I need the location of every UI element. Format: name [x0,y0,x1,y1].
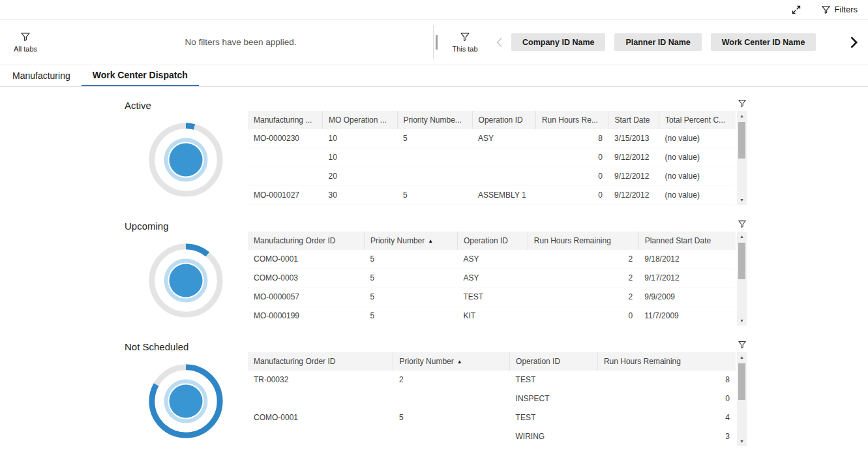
table-cell: 8 [597,371,736,389]
column-header[interactable]: MO Operation ... [323,111,397,129]
filter-chips: Company ID NamePlanner ID NameWork Cente… [510,33,843,51]
column-header[interactable]: Run Hours Remaining [597,352,736,371]
filter-chip[interactable]: Company ID Name [511,33,605,51]
chevron-left-icon[interactable] [490,35,510,50]
table-cell: 5 [364,288,457,307]
table-cell: 5 [364,250,457,269]
this-tab-filter-button[interactable]: This tab [440,31,490,53]
filter-chip[interactable]: Planner ID Name [614,33,701,51]
table-row[interactable]: INSPECT0 [248,389,736,408]
table-cell: COMO-0003 [248,269,364,288]
table-row[interactable]: MO-00000575TEST29/9/2009 [248,288,736,307]
table-cell: 0 [535,148,608,167]
tab-work-center-dispatch[interactable]: Work Center Dispatch [82,65,199,86]
column-header[interactable]: Priority Numbe... [397,111,472,129]
table-cell: 10 [323,148,397,167]
table-cell: 5 [397,129,472,148]
scroll-down-button[interactable]: ▼ [737,195,747,205]
column-header[interactable]: Total Percent C... [659,111,736,129]
table-cell: 4 [597,408,736,427]
scroll-down-button[interactable]: ▼ [737,316,747,326]
scroll-up-button[interactable]: ▲ [737,352,747,362]
table-cell: 20 [323,167,397,186]
dashboard-section: Active Manufacturing ...MO Operation ...… [0,91,868,211]
filters-label: Filters [835,5,858,14]
table-row[interactable]: MO-0000230105ASY83/15/2013(no value) [248,129,736,148]
table-row[interactable]: COMO-00035ASY29/17/2012 [248,269,736,288]
column-header[interactable]: Priority Number▲ [393,352,510,371]
scroll-up-button[interactable]: ▲ [737,111,747,121]
filter-funnel-icon [821,5,831,14]
table-scrollbar[interactable]: ▲ ▼ [737,352,747,446]
scrollbar-thumb[interactable] [738,243,745,279]
scrollbar-track[interactable] [737,362,747,436]
tab-manufacturing[interactable]: Manufacturing [1,65,82,86]
column-header[interactable]: Run Hours Re... [535,111,608,129]
table-cell [472,148,535,167]
column-header[interactable]: Operation ID [510,352,598,371]
gauge-chart[interactable] [147,121,224,198]
section-title: Upcoming [125,220,248,232]
table-cell [248,148,323,167]
column-header[interactable]: Priority Number▲ [364,232,457,250]
table-row[interactable]: COMO-00015TEST4 [248,408,736,427]
scrollbar-track[interactable] [737,121,747,195]
section-title: Active [125,100,248,111]
table-scrollbar[interactable]: ▲ ▼ [737,232,747,326]
table-cell [248,167,323,186]
this-tab-label: This tab [452,45,477,53]
table-row[interactable]: 1009/12/2012(no value) [248,148,736,167]
panel-divider-handle[interactable] [430,20,440,65]
table-cell: COMO-0001 [248,408,393,427]
table-cell: KIT [457,307,528,326]
column-header[interactable]: Run Hours Remaining [528,232,638,250]
table-header-row: Manufacturing Order IDPriority Number▲Op… [248,232,736,250]
column-header[interactable]: Manufacturing Order ID [248,352,393,371]
column-header[interactable]: Operation ID [472,111,535,129]
table-cell: 11/7/2009 [638,307,736,326]
table-cell: 9/12/2012 [608,167,659,186]
scrollbar-thumb[interactable] [738,363,745,400]
chevron-right-icon[interactable] [843,34,863,51]
table-cell: COMO-0001 [248,250,364,269]
table-row[interactable]: WIRING3 [248,427,736,446]
expand-icon[interactable] [791,5,801,15]
scrollbar-track[interactable] [737,241,747,316]
column-header[interactable]: Start Date [608,111,659,129]
scroll-down-button[interactable]: ▼ [737,436,747,446]
section-filter-icon[interactable] [738,99,747,110]
gauge-center-circle [169,264,202,297]
table-cell: MO-0000199 [248,307,364,326]
column-header[interactable]: Manufacturing ... [248,111,323,129]
section-filter-icon[interactable] [738,219,747,231]
table-cell: 0 [535,186,608,205]
table-cell: 0 [535,167,608,186]
scroll-up-button[interactable]: ▲ [737,232,747,241]
filters-button[interactable]: Filters [821,5,858,14]
table-cell: 30 [323,186,397,205]
filter-chip[interactable]: Work Center ID Name [711,33,816,51]
gauge-chart[interactable] [147,242,224,319]
table-row[interactable]: MO-00001995KIT011/7/2009 [248,307,736,326]
table-cell: 0 [597,389,736,408]
table-row[interactable]: 2009/12/2012(no value) [248,167,736,186]
table-row[interactable]: COMO-00015ASY29/18/2012 [248,250,736,269]
table-row[interactable]: TR-000322TEST8 [248,371,736,389]
all-tabs-filter-button[interactable]: All tabs [0,31,51,53]
section-filter-icon[interactable] [738,340,747,352]
table-cell: (no value) [659,148,736,167]
all-tabs-panel: All tabs No filters have been applied. [0,20,430,65]
scrollbar-thumb[interactable] [738,122,745,159]
table-cell: WIRING [510,427,598,446]
column-header[interactable]: Manufacturing Order ID [248,232,364,250]
table-cell: 2 [528,250,638,269]
column-header[interactable]: Planned Start Date [638,232,736,250]
table-cell: 5 [393,408,510,427]
table-scrollbar[interactable]: ▲ ▼ [737,111,747,205]
table-cell [393,427,510,446]
table-cell: 9/17/2012 [638,269,736,288]
table-row[interactable]: MO-0001027305ASSEMBLY 109/12/2012(no val… [248,186,736,205]
gauge-chart[interactable] [147,363,224,440]
section-title: Not Scheduled [125,341,248,352]
column-header[interactable]: Operation ID [457,232,528,250]
